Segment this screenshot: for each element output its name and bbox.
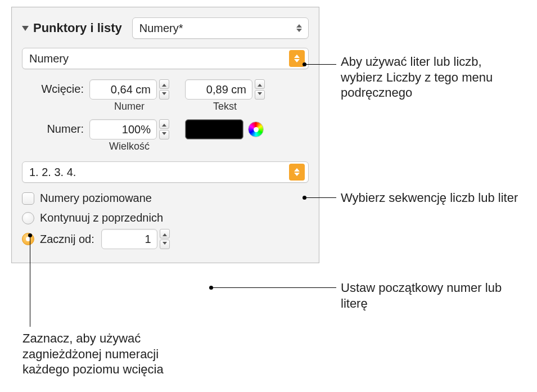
callout-sequence: Wybierz sekwencję liczb lub liter xyxy=(341,190,518,206)
number-label: Numer: xyxy=(22,119,89,136)
number-color-well[interactable] xyxy=(185,119,243,139)
start-from-value: 1 xyxy=(145,233,151,246)
indent-text-field[interactable]: 0,89 cm xyxy=(185,79,252,100)
continue-from-previous-label: Kontynuuj z poprzednich xyxy=(40,211,163,224)
indent-number-caption: Numer xyxy=(89,101,169,112)
callout-leader xyxy=(211,287,336,288)
tiered-numbers-label: Numery poziomowane xyxy=(40,192,152,205)
indent-number-stepper[interactable] xyxy=(159,79,169,100)
indent-label: Wcięcie: xyxy=(22,79,89,96)
list-style-popup[interactable]: Numery* xyxy=(132,17,309,39)
start-from-field[interactable]: 1 xyxy=(101,229,157,249)
chevron-up-down-icon xyxy=(294,21,305,35)
number-sequence-popup[interactable]: 1. 2. 3. 4. xyxy=(22,161,309,183)
disclosure-triangle-icon[interactable] xyxy=(22,26,29,31)
bullet-type-popup[interactable]: Numery xyxy=(22,48,309,69)
callout-leader xyxy=(304,64,336,65)
tiered-numbers-checkbox[interactable] xyxy=(22,192,34,205)
chevron-up-down-icon xyxy=(289,164,305,181)
number-size-stepper[interactable] xyxy=(159,119,169,139)
number-sequence-popup-label: 1. 2. 3. 4. xyxy=(29,166,76,179)
callout-leader xyxy=(304,197,336,198)
indent-number-value: 0,64 cm xyxy=(111,83,151,96)
callout-tiered: Zaznacz, aby używać zagnieżdżonej numera… xyxy=(22,331,208,377)
color-wheel-icon[interactable] xyxy=(248,121,264,137)
callout-leader xyxy=(30,235,30,327)
indent-text-stepper[interactable] xyxy=(255,79,265,100)
number-size-value: 100% xyxy=(122,123,151,136)
bullet-type-popup-label: Numery xyxy=(29,52,69,65)
indent-text-value: 0,89 cm xyxy=(206,83,246,96)
list-style-popup-label: Numery* xyxy=(139,22,183,35)
number-size-caption: Wielkość xyxy=(89,141,169,152)
callout-type: Aby używać liter lub liczb, wybierz Licz… xyxy=(341,54,526,101)
start-from-label: Zacznij od: xyxy=(40,233,94,246)
section-title: Punktory i listy xyxy=(33,21,122,35)
start-from-stepper[interactable] xyxy=(160,229,170,249)
number-size-field[interactable]: 100% xyxy=(89,119,157,139)
callout-start: Ustaw początkowy numer lub literę xyxy=(341,280,526,311)
continue-from-previous-radio[interactable] xyxy=(22,212,34,224)
list-format-panel: Punktory i listy Numery* Numery Wcięcie:… xyxy=(11,7,319,263)
indent-number-field[interactable]: 0,64 cm xyxy=(89,79,157,100)
indent-text-caption: Tekst xyxy=(185,101,265,112)
